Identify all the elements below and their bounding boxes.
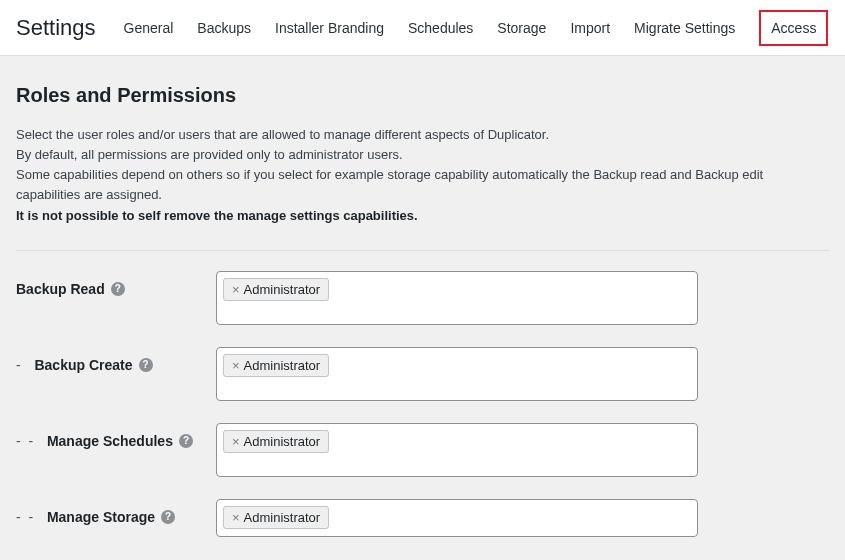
row-backup-create: - Backup Create ? × Administrator bbox=[16, 347, 829, 401]
row-backup-read: Backup Read ? × Administrator bbox=[16, 271, 829, 325]
remove-tag-icon[interactable]: × bbox=[232, 283, 240, 296]
label-text: Manage Storage bbox=[47, 509, 155, 525]
tag-administrator: × Administrator bbox=[223, 506, 329, 529]
divider bbox=[16, 250, 829, 251]
label-text: Backup Read bbox=[16, 281, 105, 297]
label-manage-storage: - - Manage Storage ? bbox=[16, 499, 216, 525]
tag-label: Administrator bbox=[244, 510, 321, 525]
tab-backups[interactable]: Backups bbox=[197, 16, 251, 40]
desc-line-2: By default, all permissions are provided… bbox=[16, 145, 829, 165]
select-backup-create[interactable]: × Administrator bbox=[216, 347, 698, 401]
tag-administrator: × Administrator bbox=[223, 278, 329, 301]
help-icon[interactable]: ? bbox=[161, 510, 175, 524]
help-icon[interactable]: ? bbox=[179, 434, 193, 448]
label-text: Manage Schedules bbox=[47, 433, 173, 449]
select-manage-schedules[interactable]: × Administrator bbox=[216, 423, 698, 477]
tab-import[interactable]: Import bbox=[570, 16, 610, 40]
help-icon[interactable]: ? bbox=[139, 358, 153, 372]
row-manage-schedules: - - Manage Schedules ? × Administrator bbox=[16, 423, 829, 477]
select-backup-read[interactable]: × Administrator bbox=[216, 271, 698, 325]
section-description: Select the user roles and/or users that … bbox=[16, 125, 829, 226]
remove-tag-icon[interactable]: × bbox=[232, 435, 240, 448]
tag-label: Administrator bbox=[244, 434, 321, 449]
help-icon[interactable]: ? bbox=[111, 282, 125, 296]
tag-label: Administrator bbox=[244, 358, 321, 373]
desc-line-3: Some capabilities depend on others so if… bbox=[16, 165, 829, 205]
tab-storage[interactable]: Storage bbox=[497, 16, 546, 40]
content-area: Roles and Permissions Select the user ro… bbox=[0, 56, 845, 560]
tab-general[interactable]: General bbox=[124, 16, 174, 40]
row-manage-storage: - - Manage Storage ? × Administrator bbox=[16, 499, 829, 537]
tag-administrator: × Administrator bbox=[223, 354, 329, 377]
desc-line-1: Select the user roles and/or users that … bbox=[16, 125, 829, 145]
tab-schedules[interactable]: Schedules bbox=[408, 16, 473, 40]
tag-label: Administrator bbox=[244, 282, 321, 297]
indent-dash: - - bbox=[16, 433, 41, 449]
select-manage-storage[interactable]: × Administrator bbox=[216, 499, 698, 537]
tabs-container: General Backups Installer Branding Sched… bbox=[124, 0, 830, 55]
remove-tag-icon[interactable]: × bbox=[232, 511, 240, 524]
remove-tag-icon[interactable]: × bbox=[232, 359, 240, 372]
section-heading: Roles and Permissions bbox=[16, 84, 829, 107]
label-backup-create: - Backup Create ? bbox=[16, 347, 216, 373]
tab-installer-branding[interactable]: Installer Branding bbox=[275, 16, 384, 40]
label-text: Backup Create bbox=[34, 357, 132, 373]
top-nav: Settings General Backups Installer Brand… bbox=[0, 0, 845, 56]
tab-access[interactable]: Access bbox=[759, 10, 828, 46]
label-manage-schedules: - - Manage Schedules ? bbox=[16, 423, 216, 449]
page-title: Settings bbox=[16, 15, 96, 41]
tag-administrator: × Administrator bbox=[223, 430, 329, 453]
indent-dash: - bbox=[16, 357, 28, 373]
indent-dash: - - bbox=[16, 509, 41, 525]
desc-line-4: It is not possible to self remove the ma… bbox=[16, 206, 829, 226]
label-backup-read: Backup Read ? bbox=[16, 271, 216, 297]
tab-migrate-settings[interactable]: Migrate Settings bbox=[634, 16, 735, 40]
